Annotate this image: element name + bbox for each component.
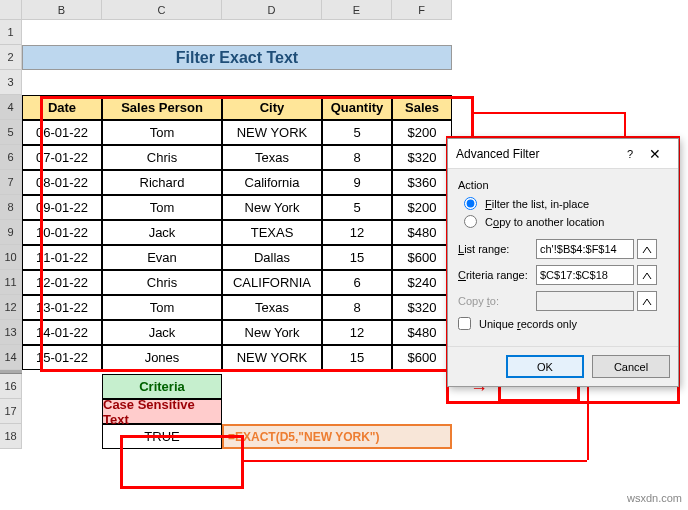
col-header-D[interactable]: D: [222, 0, 322, 20]
col-header-B[interactable]: B: [22, 0, 102, 20]
row-header-7[interactable]: 7: [0, 170, 22, 195]
close-icon[interactable]: ✕: [640, 146, 670, 162]
table-cell[interactable]: Texas: [222, 145, 322, 170]
page-title: Filter Exact Text: [22, 45, 452, 70]
help-icon[interactable]: ?: [620, 148, 640, 160]
table-cell[interactable]: 9: [322, 170, 392, 195]
table-cell[interactable]: 15-01-22: [22, 345, 102, 370]
table-cell[interactable]: NEW YORK: [222, 120, 322, 145]
table-cell[interactable]: 07-01-22: [22, 145, 102, 170]
col-header-C[interactable]: C: [102, 0, 222, 20]
formula-bar-inline[interactable]: =EXACT(D5,"NEW YORK"): [222, 424, 452, 449]
row-header-9[interactable]: 9: [0, 220, 22, 245]
row-header-17[interactable]: 17: [0, 399, 22, 424]
table-cell[interactable]: NEW YORK: [222, 345, 322, 370]
table-cell[interactable]: $200: [392, 195, 452, 220]
criteria-range-picker-icon[interactable]: [637, 265, 657, 285]
table-cell[interactable]: $360: [392, 170, 452, 195]
row-header-12[interactable]: 12: [0, 295, 22, 320]
table-cell[interactable]: New York: [222, 320, 322, 345]
row-header-13[interactable]: 13: [0, 320, 22, 345]
row-header-4[interactable]: 4: [0, 95, 22, 120]
table-header: City: [222, 95, 322, 120]
table-cell[interactable]: 15: [322, 245, 392, 270]
table-cell[interactable]: $200: [392, 120, 452, 145]
row-header-8[interactable]: 8: [0, 195, 22, 220]
row-header-5[interactable]: 5: [0, 120, 22, 145]
table-cell[interactable]: Tom: [102, 295, 222, 320]
criteria-value[interactable]: TRUE: [102, 424, 222, 449]
table-cell[interactable]: 12: [322, 220, 392, 245]
table-cell[interactable]: Jack: [102, 220, 222, 245]
radio-inplace-input[interactable]: [464, 197, 477, 210]
row-header-2[interactable]: 2: [0, 45, 22, 70]
table-cell[interactable]: 09-01-22: [22, 195, 102, 220]
col-header-E[interactable]: E: [322, 0, 392, 20]
table-cell[interactable]: Dallas: [222, 245, 322, 270]
table-cell[interactable]: CALIFORNIA: [222, 270, 322, 295]
row-header-1[interactable]: 1: [0, 20, 22, 45]
table-cell[interactable]: 11-01-22: [22, 245, 102, 270]
table-cell[interactable]: 10-01-22: [22, 220, 102, 245]
table-header: Sales: [392, 95, 452, 120]
table-cell[interactable]: Texas: [222, 295, 322, 320]
table-cell[interactable]: 6: [322, 270, 392, 295]
table-header: Quantity: [322, 95, 392, 120]
table-cell[interactable]: 08-01-22: [22, 170, 102, 195]
table-cell[interactable]: 13-01-22: [22, 295, 102, 320]
table-cell[interactable]: Chris: [102, 145, 222, 170]
row-header-11[interactable]: 11: [0, 270, 22, 295]
unique-checkbox-input[interactable]: [458, 317, 471, 330]
table-cell[interactable]: Richard: [102, 170, 222, 195]
row-header-6[interactable]: 6: [0, 145, 22, 170]
table-cell[interactable]: Tom: [102, 120, 222, 145]
col-header-F[interactable]: F: [392, 0, 452, 20]
table-cell[interactable]: 5: [322, 195, 392, 220]
row-header-3[interactable]: 3: [0, 70, 22, 95]
table-cell[interactable]: 12: [322, 320, 392, 345]
table-cell[interactable]: Jones: [102, 345, 222, 370]
copy-to-picker-icon[interactable]: [637, 291, 657, 311]
table-cell[interactable]: California: [222, 170, 322, 195]
table-cell[interactable]: Chris: [102, 270, 222, 295]
criteria-range-input[interactable]: [536, 265, 634, 285]
table-cell[interactable]: $240: [392, 270, 452, 295]
table-cell[interactable]: $600: [392, 245, 452, 270]
radio-copy-input[interactable]: [464, 215, 477, 228]
criteria-range-row: Criteria range:: [458, 265, 668, 285]
table-cell[interactable]: $480: [392, 320, 452, 345]
table-cell[interactable]: 5: [322, 120, 392, 145]
table-cell[interactable]: 06-01-22: [22, 120, 102, 145]
list-range-picker-icon[interactable]: [637, 239, 657, 259]
row-header-18[interactable]: 18: [0, 424, 22, 449]
table-cell[interactable]: 12-01-22: [22, 270, 102, 295]
row-header-16[interactable]: 16: [0, 374, 22, 399]
cancel-button[interactable]: Cancel: [592, 355, 670, 378]
table-cell[interactable]: Jack: [102, 320, 222, 345]
table-cell[interactable]: Tom: [102, 195, 222, 220]
radio-copy-location[interactable]: Copy to another location: [458, 215, 668, 228]
table-cell[interactable]: $320: [392, 145, 452, 170]
table-cell[interactable]: $320: [392, 295, 452, 320]
table-cell[interactable]: 8: [322, 145, 392, 170]
select-all-corner[interactable]: [0, 0, 22, 20]
table-cell[interactable]: New York: [222, 195, 322, 220]
connector-list-range: [474, 112, 624, 114]
table-cell[interactable]: 8: [322, 295, 392, 320]
table-cell[interactable]: $480: [392, 220, 452, 245]
unique-records-checkbox[interactable]: Unique records only: [458, 317, 668, 330]
table-cell[interactable]: Evan: [102, 245, 222, 270]
ok-button[interactable]: OK: [506, 355, 584, 378]
radio-filter-inplace[interactable]: Filter the list, in-place: [458, 197, 668, 210]
row-header-14[interactable]: 14: [0, 345, 22, 370]
connector-criteria-h1: [244, 460, 587, 462]
table-cell[interactable]: 15: [322, 345, 392, 370]
dialog-title-text: Advanced Filter: [456, 147, 620, 161]
advanced-filter-dialog: Advanced Filter ? ✕ Action Filter the li…: [447, 138, 679, 387]
row-header-10[interactable]: 10: [0, 245, 22, 270]
table-cell[interactable]: TEXAS: [222, 220, 322, 245]
table-cell[interactable]: $600: [392, 345, 452, 370]
table-cell[interactable]: 14-01-22: [22, 320, 102, 345]
criteria-label: Case Sensitive Text: [102, 399, 222, 424]
list-range-input[interactable]: [536, 239, 634, 259]
